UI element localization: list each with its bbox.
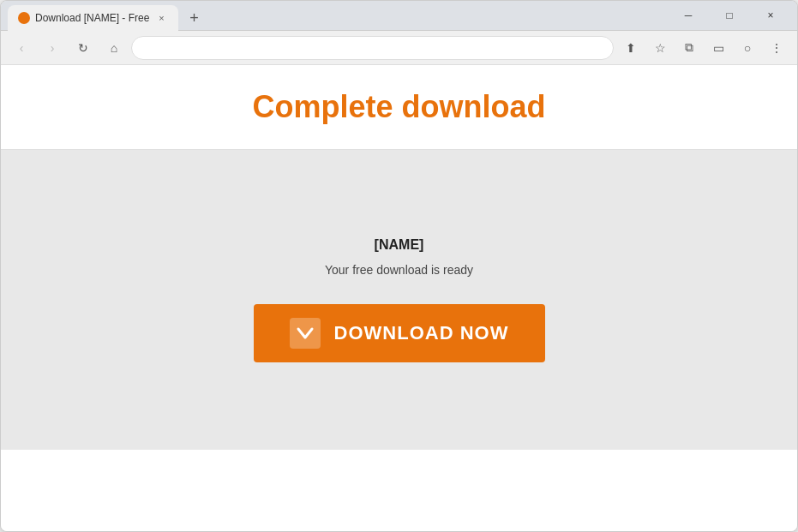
new-tab-button[interactable]: + (182, 7, 206, 31)
nav-actions: ⬆ ☆ ⧉ ▭ ○ ⋮ (617, 34, 790, 62)
profile-button[interactable]: ○ (734, 34, 761, 62)
page-content: Complete download [NAME] Your free downl… (1, 65, 797, 531)
back-button[interactable]: ‹ (8, 34, 35, 62)
address-bar[interactable] (131, 36, 614, 60)
window-controls: ─ □ × (669, 3, 790, 28)
tab-title: Download [NAME] - Free (35, 12, 149, 24)
page-header: Complete download (1, 65, 797, 150)
tab-favicon (18, 12, 30, 24)
more-menu-button[interactable]: ⋮ (763, 34, 790, 62)
refresh-button[interactable]: ↻ (69, 34, 97, 62)
download-ready-text: Your free download is ready (325, 263, 473, 277)
share-button[interactable]: ⬆ (617, 34, 645, 62)
maximize-button[interactable]: □ (710, 3, 749, 28)
download-now-button[interactable]: DOWNLOAD NOW (254, 304, 545, 362)
software-name: [NAME] (375, 237, 424, 253)
tab-strip: Download [NAME] - Free × + (8, 1, 206, 31)
title-bar: Download [NAME] - Free × + ─ □ × (1, 1, 797, 31)
main-download-area: [NAME] Your free download is ready DOWNL… (1, 150, 797, 450)
download-chevron-icon (290, 318, 321, 349)
forward-button[interactable]: › (39, 34, 66, 62)
page-title: Complete download (18, 89, 780, 125)
minimize-button[interactable]: ─ (669, 3, 708, 28)
browser-tab[interactable]: Download [NAME] - Free × (8, 5, 178, 31)
close-button[interactable]: × (751, 3, 790, 28)
cast-button[interactable]: ▭ (705, 34, 732, 62)
navigation-bar: ‹ › ↻ ⌂ ⬆ ☆ ⧉ ▭ ○ ⋮ (1, 31, 797, 65)
tab-close-button[interactable]: × (154, 11, 168, 25)
extensions-button[interactable]: ⧉ (675, 34, 703, 62)
browser-window: Download [NAME] - Free × + ─ □ × ‹ › ↻ ⌂… (0, 0, 798, 532)
title-bar-left: Download [NAME] - Free × + (8, 1, 206, 31)
home-button[interactable]: ⌂ (100, 34, 128, 62)
bookmark-button[interactable]: ☆ (646, 34, 674, 62)
download-now-label: DOWNLOAD NOW (334, 322, 509, 344)
